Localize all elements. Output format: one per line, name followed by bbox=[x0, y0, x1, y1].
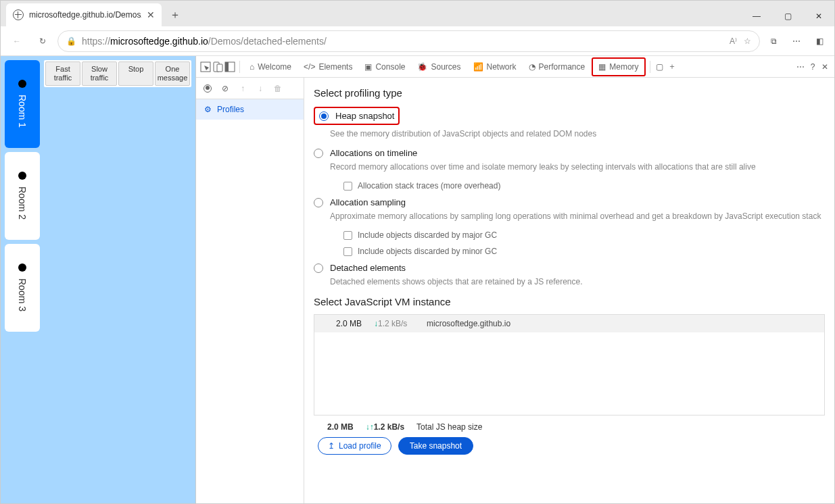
browser-window: microsoftedge.github.io/Demos/d ✕ ＋ — ▢ … bbox=[0, 0, 835, 504]
check-minor-gc[interactable]: Include objects discarded by minor GC bbox=[343, 247, 825, 256]
heap-footer-stats: 2.0 MB ↓↑1.2 kB/s Total JS heap size bbox=[314, 415, 825, 437]
close-window-button[interactable]: ✕ bbox=[803, 6, 834, 26]
upload-icon: ↥ bbox=[328, 441, 335, 451]
home-icon: ⌂ bbox=[249, 62, 254, 72]
option-detached-elements[interactable]: Detached elements bbox=[314, 263, 825, 273]
close-tab-icon[interactable]: ✕ bbox=[147, 9, 155, 20]
divider bbox=[239, 61, 240, 73]
titlebar: microsoftedge.github.io/Demos/d ✕ ＋ — ▢ … bbox=[1, 1, 834, 26]
tab-title: microsoftedge.github.io/Demos/d bbox=[29, 10, 141, 20]
device-icon[interactable] bbox=[212, 61, 223, 72]
url-field[interactable]: 🔒 https://microsoftedge.github.io/Demos/… bbox=[57, 30, 760, 52]
tab-console[interactable]: ▣Console bbox=[359, 59, 410, 75]
checkbox-icon bbox=[343, 231, 352, 240]
check-label: Include objects discarded by major GC bbox=[358, 230, 497, 240]
option-desc: Detached elements shows objects that are… bbox=[330, 277, 825, 286]
option-heap-snapshot[interactable]: Heap snapshot bbox=[314, 107, 400, 125]
clear-icon[interactable]: ⊘ bbox=[219, 82, 231, 95]
browser-tab[interactable]: microsoftedge.github.io/Demos/d ✕ bbox=[6, 3, 162, 26]
upload-icon[interactable]: ↑ bbox=[237, 82, 249, 95]
minimize-button[interactable]: — bbox=[741, 6, 772, 26]
url-text: https://microsoftedge.github.io/Demos/de… bbox=[82, 36, 327, 47]
delete-icon[interactable]: 🗑 bbox=[272, 82, 284, 95]
more-icon[interactable]: ⋯ bbox=[795, 61, 806, 72]
address-bar: ← ↻ 🔒 https://microsoftedge.github.io/De… bbox=[1, 26, 834, 56]
read-aloud-icon[interactable]: A⁾ bbox=[730, 36, 737, 46]
sidebar-icon[interactable]: ◧ bbox=[810, 32, 829, 51]
room-1-button[interactable]: Room 1 bbox=[5, 60, 40, 148]
more-icon[interactable]: ⋯ bbox=[787, 32, 806, 51]
vm-instance-list[interactable]: 2.0 MB ↓1.2 kB/s microsoftedge.github.io bbox=[314, 314, 825, 415]
option-label: Allocation sampling bbox=[330, 197, 406, 207]
vm-instance-row[interactable]: 2.0 MB ↓1.2 kB/s microsoftedge.github.io bbox=[314, 315, 824, 332]
profiles-nav-item[interactable]: ⚙ Profiles bbox=[196, 99, 304, 120]
close-devtools-icon[interactable]: ✕ bbox=[819, 61, 830, 72]
load-profile-button[interactable]: ↥ Load profile bbox=[318, 437, 391, 455]
fast-traffic-button[interactable]: Fast traffic bbox=[45, 61, 80, 86]
vm-size: 2.0 MB bbox=[328, 319, 362, 328]
memory-sidebar: ⊘ ↑ ↓ 🗑 ⚙ Profiles bbox=[196, 78, 304, 503]
lock-icon: 🔒 bbox=[66, 36, 76, 46]
download-icon[interactable]: ↓ bbox=[254, 82, 266, 95]
option-label: Heap snapshot bbox=[335, 111, 394, 121]
tab-elements[interactable]: </>Elements bbox=[298, 59, 358, 75]
chip-icon: ▦ bbox=[598, 62, 606, 72]
one-message-button[interactable]: One message bbox=[155, 61, 190, 86]
stop-button[interactable]: Stop bbox=[118, 61, 153, 86]
extensions-icon[interactable]: ⧉ bbox=[764, 32, 783, 51]
tab-memory[interactable]: ▦Memory bbox=[592, 57, 645, 76]
gauge-icon: ◔ bbox=[529, 62, 535, 72]
add-tab-icon[interactable]: ＋ bbox=[667, 61, 677, 72]
inspect-icon[interactable] bbox=[200, 61, 211, 72]
room-3-button[interactable]: Room 3 bbox=[5, 244, 40, 332]
traffic-toolbar: Fast traffic Slow traffic Stop One messa… bbox=[44, 60, 191, 499]
heap-rate: ↓↑1.2 kB/s bbox=[366, 422, 404, 432]
slow-traffic-button[interactable]: Slow traffic bbox=[82, 61, 117, 86]
content-area: Room 1 Room 2 Room 3 Fast traffic Slow t… bbox=[1, 56, 834, 503]
check-stack-traces[interactable]: Allocation stack traces (more overhead) bbox=[343, 181, 825, 191]
bug-icon: 🐞 bbox=[417, 62, 427, 72]
vm-name: microsoftedge.github.io bbox=[427, 319, 510, 328]
tab-sources[interactable]: 🐞Sources bbox=[412, 59, 466, 75]
room-label: Room 1 bbox=[17, 95, 28, 128]
more-tabs-icon[interactable]: ▢ bbox=[654, 61, 665, 72]
tab-welcome[interactable]: ⌂Welcome bbox=[244, 59, 297, 75]
help-icon[interactable]: ? bbox=[807, 61, 818, 72]
code-icon: </> bbox=[304, 62, 315, 72]
rooms-column: Room 1 Room 2 Room 3 bbox=[5, 60, 40, 499]
check-label: Include objects discarded by minor GC bbox=[358, 247, 497, 256]
devtools-body: ⊘ ↑ ↓ 🗑 ⚙ Profiles Select profiling type bbox=[196, 78, 834, 503]
url-host: microsoftedge.github.io bbox=[110, 36, 208, 47]
memory-main: Select profiling type Heap snapshot See … bbox=[304, 78, 834, 503]
svg-rect-2 bbox=[217, 64, 222, 72]
check-major-gc[interactable]: Include objects discarded by major GC bbox=[343, 230, 825, 240]
url-scheme: https:// bbox=[82, 36, 110, 47]
console-icon: ▣ bbox=[364, 62, 372, 72]
footer-buttons: ↥ Load profile Take snapshot bbox=[314, 437, 825, 459]
checkbox-icon bbox=[343, 182, 352, 191]
favorite-icon[interactable]: ☆ bbox=[744, 36, 751, 46]
profiles-label: Profiles bbox=[217, 105, 244, 114]
room-2-button[interactable]: Room 2 bbox=[5, 152, 40, 240]
vm-instance-title: Select JavaScript VM instance bbox=[314, 296, 825, 307]
option-allocations-timeline[interactable]: Allocations on timeline bbox=[314, 148, 825, 158]
tab-performance[interactable]: ◔Performance bbox=[523, 59, 591, 75]
room-label: Room 2 bbox=[17, 186, 28, 220]
record-icon[interactable] bbox=[201, 82, 214, 95]
take-snapshot-button[interactable]: Take snapshot bbox=[398, 437, 473, 455]
refresh-button[interactable]: ↻ bbox=[32, 30, 53, 52]
heap-label: Total JS heap size bbox=[416, 422, 482, 432]
window-controls: — ▢ ✕ bbox=[741, 6, 834, 26]
check-label: Allocation stack traces (more overhead) bbox=[358, 181, 500, 191]
maximize-button[interactable]: ▢ bbox=[772, 6, 803, 26]
divider bbox=[650, 61, 650, 73]
wifi-icon: 📶 bbox=[473, 62, 483, 72]
new-tab-button[interactable]: ＋ bbox=[166, 5, 185, 24]
vm-rate: ↓1.2 kB/s bbox=[374, 319, 414, 328]
option-desc: Approximate memory allocations by sampli… bbox=[330, 211, 825, 221]
memory-toolbar: ⊘ ↑ ↓ 🗑 bbox=[196, 78, 304, 99]
dock-icon[interactable] bbox=[224, 61, 235, 72]
option-allocation-sampling[interactable]: Allocation sampling bbox=[314, 197, 825, 207]
tab-network[interactable]: 📶Network bbox=[468, 59, 522, 75]
back-button[interactable]: ← bbox=[6, 30, 28, 52]
